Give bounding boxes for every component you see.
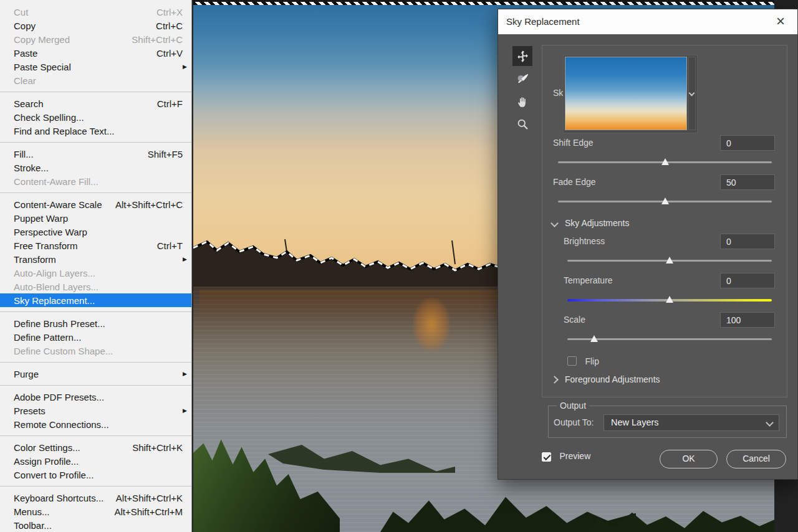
- scale-slider[interactable]: [567, 338, 772, 340]
- sky-preset-thumbnail[interactable]: [565, 57, 687, 130]
- menu-item-label: Assign Profile...: [14, 456, 79, 467]
- sky-adjustments-label: Sky Adjustments: [565, 218, 630, 228]
- menu-item-perspective-warp[interactable]: Perspective Warp: [0, 225, 191, 239]
- menu-item-check-spelling[interactable]: Check Spelling...: [0, 110, 191, 124]
- menu-item-paste[interactable]: PasteCtrl+V: [0, 46, 191, 60]
- menu-item-label: Sky Replacement...: [14, 295, 95, 306]
- menu-item-label: Content-Aware Scale: [14, 199, 102, 210]
- dialog-titlebar[interactable]: Sky Replacement ×: [498, 9, 797, 34]
- menu-item-shortcut: Alt+Shift+Ctrl+C: [115, 199, 183, 210]
- menu-item-label: Auto-Blend Layers...: [14, 282, 99, 292]
- menu-item-toolbar[interactable]: Toolbar...: [0, 518, 191, 532]
- menu-item-label: Presets: [14, 406, 46, 416]
- fade-edge-input[interactable]: [720, 174, 775, 190]
- fade-edge-slider[interactable]: [558, 201, 772, 202]
- move-icon: [516, 50, 529, 63]
- menu-item-content-aware-fill: Content-Aware Fill...: [0, 174, 191, 188]
- sky-adjustments-header[interactable]: Sky Adjustments: [542, 218, 787, 229]
- temperature-slider[interactable]: [567, 299, 772, 302]
- menu-item-adobe-pdf-presets[interactable]: Adobe PDF Presets...: [0, 390, 191, 404]
- foreground-adjustments-header[interactable]: Foreground Adjustments: [542, 374, 787, 386]
- zoom-tool-button[interactable]: [512, 114, 532, 134]
- output-group: Output Output To: New Layers: [548, 406, 787, 438]
- menu-item-define-custom-shape: Define Custom Shape...: [0, 344, 191, 358]
- menu-item-paste-special[interactable]: Paste Special▶: [0, 60, 191, 74]
- fade-edge-slider-group: Fade Edge: [542, 177, 787, 212]
- menu-item-auto-blend-layers: Auto-Blend Layers...: [0, 280, 191, 293]
- temperature-input[interactable]: [720, 273, 775, 288]
- sky-brush-icon: [516, 73, 529, 86]
- menu-item-define-pattern[interactable]: Define Pattern...: [0, 330, 191, 344]
- menu-item-transform[interactable]: Transform▶: [0, 252, 191, 266]
- sky-preset-dropdown[interactable]: [563, 55, 698, 133]
- menu-item-label: Auto-Align Layers...: [14, 268, 95, 278]
- menu-item-assign-profile[interactable]: Assign Profile...: [0, 454, 191, 468]
- menu-item-clear: Clear: [0, 74, 191, 87]
- preview-checkbox[interactable]: [542, 452, 551, 462]
- menu-item-shortcut: Ctrl+T: [157, 240, 183, 251]
- submenu-arrow-icon: ▶: [183, 64, 187, 70]
- brightness-slider[interactable]: [567, 260, 772, 262]
- temperature-label: Temperature: [564, 275, 613, 285]
- menu-item-label: Define Custom Shape...: [14, 346, 113, 356]
- dialog-title: Sky Replacement: [506, 9, 580, 34]
- sky-brush-tool-button[interactable]: [512, 69, 532, 89]
- chevron-down-icon: [550, 219, 559, 227]
- menu-item-label: Color Settings...: [14, 442, 80, 453]
- shift-edge-label: Shift Edge: [553, 138, 594, 148]
- menu-item-label: Purge: [14, 369, 39, 379]
- output-to-select[interactable]: New Layers: [603, 414, 779, 431]
- menu-item-shortcut: Ctrl+X: [156, 7, 183, 17]
- sky-preset-dropdown-button[interactable]: [688, 57, 696, 130]
- menu-item-label: Clear: [14, 75, 36, 86]
- menu-item-fill[interactable]: Fill...Shift+F5: [0, 147, 191, 161]
- menu-item-copy[interactable]: CopyCtrl+C: [0, 19, 191, 32]
- menu-item-define-brush-preset[interactable]: Define Brush Preset...: [0, 316, 191, 330]
- menu-item-presets[interactable]: Presets▶: [0, 404, 191, 417]
- menu-item-label: Toolbar...: [14, 520, 52, 531]
- chevron-down-icon: [766, 419, 774, 427]
- flip-checkbox[interactable]: [567, 356, 577, 366]
- menu-item-keyboard-shortcuts[interactable]: Keyboard Shortcuts...Alt+Shift+Ctrl+K: [0, 491, 191, 505]
- menu-item-menus[interactable]: Menus...Alt+Shift+Ctrl+M: [0, 505, 191, 518]
- menu-item-purge[interactable]: Purge▶: [0, 367, 191, 381]
- temperature-slider-thumb[interactable]: [666, 296, 673, 303]
- menu-item-remote-connections[interactable]: Remote Connections...: [0, 417, 191, 431]
- shift-edge-slider-group: Shift Edge: [542, 138, 787, 173]
- hand-tool-button[interactable]: [512, 92, 532, 112]
- fade-edge-slider-thumb[interactable]: [661, 197, 669, 204]
- move-tool-button[interactable]: [512, 46, 532, 66]
- cancel-button[interactable]: Cancel: [726, 450, 786, 468]
- menu-item-label: Define Pattern...: [14, 332, 81, 343]
- menu-item-puppet-warp[interactable]: Puppet Warp: [0, 211, 191, 225]
- menu-item-color-settings[interactable]: Color Settings...Shift+Ctrl+K: [0, 440, 191, 454]
- brightness-input[interactable]: [720, 234, 775, 249]
- brightness-slider-group: Brightness: [542, 236, 787, 271]
- shift-edge-slider[interactable]: [558, 161, 772, 163]
- menu-separator: [0, 385, 191, 386]
- scale-slider-thumb[interactable]: [590, 335, 598, 342]
- brightness-slider-thumb[interactable]: [666, 257, 673, 264]
- shift-edge-slider-thumb[interactable]: [661, 158, 669, 165]
- menu-item-shortcut: Ctrl+C: [156, 21, 183, 31]
- menu-item-sky-replacement[interactable]: Sky Replacement...: [0, 293, 191, 307]
- menu-item-convert-to-profile[interactable]: Convert to Profile...: [0, 468, 191, 482]
- flip-label: Flip: [585, 356, 599, 366]
- flip-row: Flip: [567, 355, 599, 365]
- menu-item-label: Copy Merged: [14, 34, 70, 45]
- scale-input[interactable]: [720, 312, 775, 328]
- menu-item-shortcut: Alt+Shift+Ctrl+K: [116, 493, 183, 503]
- menu-item-search[interactable]: SearchCtrl+F: [0, 97, 191, 110]
- menu-item-cut: CutCtrl+X: [0, 5, 191, 19]
- menu-item-stroke[interactable]: Stroke...: [0, 161, 191, 174]
- scale-slider-group: Scale: [542, 315, 787, 349]
- menu-item-free-transform[interactable]: Free TransformCtrl+T: [0, 239, 191, 252]
- submenu-arrow-icon: ▶: [183, 371, 187, 377]
- menu-item-find-and-replace-text[interactable]: Find and Replace Text...: [0, 124, 191, 138]
- ok-button[interactable]: OK: [660, 450, 718, 468]
- menu-item-content-aware-scale[interactable]: Content-Aware ScaleAlt+Shift+Ctrl+C: [0, 197, 191, 211]
- chevron-down-icon: [689, 90, 695, 97]
- shift-edge-input[interactable]: [720, 135, 775, 151]
- close-icon[interactable]: ×: [771, 12, 790, 31]
- menu-separator: [0, 92, 191, 92]
